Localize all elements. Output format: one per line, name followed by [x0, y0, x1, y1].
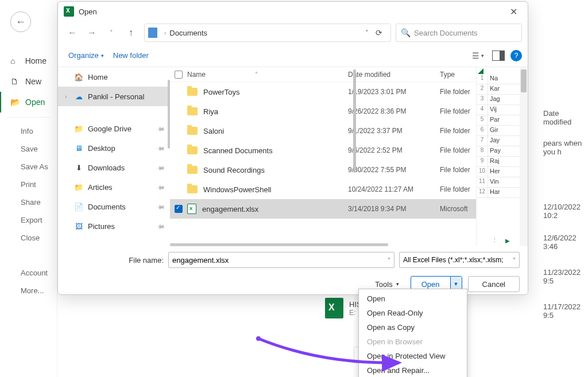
tree-googledrive[interactable]: 📁Google Drive: [58, 119, 170, 138]
file-row[interactable]: engagement.xlsx 3/14/2018 9:34 PM Micros…: [170, 199, 528, 219]
open-dropdown-menu: Open Open Read-Only Open as Copy Open in…: [358, 289, 467, 377]
nav-more[interactable]: More...: [0, 282, 57, 300]
nav-home-label: Home: [25, 56, 47, 65]
files-vscrollbar[interactable]: [353, 69, 356, 173]
help-button[interactable]: ?: [510, 50, 522, 61]
preview-next-sheet[interactable]: ▶: [505, 238, 510, 244]
close-button[interactable]: ✕: [505, 4, 522, 20]
select-all-checkbox[interactable]: [175, 71, 183, 79]
recent-date-0: 12/10/2022 10:2: [543, 203, 588, 220]
refresh-button[interactable]: ⟳: [371, 26, 387, 40]
search-box[interactable]: 🔍: [396, 24, 522, 42]
folder-icon: [187, 146, 198, 154]
nav-new[interactable]: 🗋New: [0, 71, 57, 92]
filename-input[interactable]: engagement.xlsx˅: [168, 252, 394, 268]
file-name: Sound Recordings: [203, 166, 265, 174]
nav-save[interactable]: Save: [0, 140, 57, 158]
path-dropdown[interactable]: ˅: [363, 27, 371, 39]
menu-open[interactable]: Open: [359, 292, 467, 306]
col-name[interactable]: Name: [187, 71, 206, 79]
excel-icon: [325, 298, 343, 318]
file-row[interactable]: Sound Recordings 9/30/2022 7:55 PM File …: [170, 160, 528, 180]
toolbar: Organize▾ New folder ☰ ▾ ?: [58, 44, 528, 67]
nav-tree: 🏠Home ›☁Pankil - Personal 📁Google Drive …: [58, 67, 170, 246]
back-button[interactable]: ←: [10, 11, 31, 32]
file-row[interactable]: Riya 9/26/2022 8:36 PM File folder: [170, 102, 528, 121]
dialog-title: Open: [79, 7, 97, 16]
preview-sheet-tabs[interactable]: ⋮: [492, 236, 498, 244]
xlsx-icon: [187, 204, 196, 214]
tree-pictures[interactable]: 🖼Pictures: [58, 216, 170, 236]
file-row[interactable]: Scanned Documents 9/6/2022 2:52 PM File …: [170, 141, 528, 160]
row-checkbox[interactable]: [175, 205, 183, 213]
file-filter[interactable]: All Excel Files (*.xl*;*.xlsx;*.xlsm;˅: [399, 252, 520, 268]
address-bar[interactable]: › Documents ˅ ⟳: [144, 24, 391, 42]
nav-home[interactable]: ⌂Home: [0, 50, 57, 71]
menu-open-copy[interactable]: Open as Copy: [359, 320, 467, 335]
folder-icon: [187, 127, 198, 135]
menu-open-browser: Open in Browser: [359, 335, 467, 349]
nav-info[interactable]: Info: [0, 122, 57, 140]
sort-arrow-icon: ˄: [255, 71, 258, 77]
tree-desktop[interactable]: 🖥Desktop: [58, 138, 170, 158]
file-date: 9/30/2022 7:55 PM: [348, 166, 440, 174]
nav-saveas[interactable]: Save As: [0, 158, 57, 176]
tree-downloads-label: Downloads: [88, 164, 125, 172]
new-folder-button[interactable]: New folder: [109, 49, 153, 62]
tree-gd-label: Google Drive: [88, 125, 131, 133]
filename-label: File name:: [66, 256, 164, 265]
recent-date-1: 12/6/2022 3:46: [543, 234, 588, 251]
menu-open-readonly[interactable]: Open Read-Only: [359, 306, 467, 320]
recent-date-2: 11/23/2022 9:5: [543, 268, 588, 285]
preview-vscroll[interactable]: [520, 67, 528, 246]
sheet-corner-icon: [478, 68, 483, 74]
preview-pane-toggle[interactable]: [492, 50, 505, 61]
documents-icon: [148, 28, 157, 38]
nav-close[interactable]: Close: [0, 229, 57, 247]
nav-forward[interactable]: →: [83, 24, 100, 41]
file-headers: Name˄ Date modified Type: [170, 67, 528, 82]
path-segment[interactable]: Documents: [169, 29, 207, 37]
tools-menu[interactable]: Tools▾: [375, 280, 399, 289]
menu-open-repair[interactable]: Open and Repair...: [359, 363, 467, 377]
file-row[interactable]: WindowsPowerShell 10/24/2022 11:27 AM Fi…: [170, 180, 528, 199]
preview-pane: 1Na2Kar3Jag4Vij5Par6Gir7Jay8Pay9Raj10Her…: [476, 67, 528, 246]
nav-new-label: New: [25, 77, 41, 86]
nav-back[interactable]: ←: [64, 24, 81, 41]
tree-documents[interactable]: 📄Documents: [58, 197, 170, 216]
nav-recent-dropdown[interactable]: ˅: [103, 24, 120, 41]
tree-downloads[interactable]: ⬇Downloads: [58, 158, 170, 177]
nav-account[interactable]: Account: [0, 264, 57, 282]
folder-icon: [187, 166, 198, 174]
file-row[interactable]: Saloni 9/1/2022 3:37 PM File folder: [170, 121, 528, 141]
search-input[interactable]: [414, 29, 517, 37]
tree-articles-label: Articles: [88, 183, 113, 192]
file-row[interactable]: PowerToys 1/19/2023 3:01 PM File folder: [170, 82, 528, 102]
tree-articles[interactable]: 📁Articles: [58, 177, 170, 197]
dialog-body: 🏠Home ›☁Pankil - Personal 📁Google Drive …: [58, 67, 528, 246]
nav-print[interactable]: Print: [0, 176, 57, 193]
nav-up[interactable]: ↑: [122, 24, 140, 41]
folder-icon: [187, 185, 198, 193]
nav-share[interactable]: Share: [0, 193, 57, 211]
view-options[interactable]: ☰ ▾: [470, 49, 486, 63]
separator: [7, 117, 50, 118]
file-date: 9/6/2022 2:52 PM: [348, 146, 440, 154]
nav-export[interactable]: Export: [0, 211, 57, 229]
nav-open[interactable]: 📂Open: [0, 92, 57, 112]
col-date[interactable]: Date modified: [348, 71, 440, 79]
excel-app-icon: [64, 6, 74, 17]
organize-menu[interactable]: Organize▾: [64, 49, 109, 62]
tree-home[interactable]: 🏠Home: [58, 67, 170, 87]
menu-open-protected[interactable]: Open in Protected View: [359, 349, 467, 363]
tree-pictures-label: Pictures: [88, 222, 115, 231]
cancel-button[interactable]: Cancel: [468, 276, 520, 292]
tree-documents-label: Documents: [88, 203, 126, 211]
tree-home-label: Home: [88, 73, 108, 81]
file-name: WindowsPowerShell: [203, 185, 272, 194]
tree-onedrive[interactable]: ›☁Pankil - Personal: [58, 87, 170, 106]
file-list: Name˄ Date modified Type PowerToys 1/19/…: [170, 67, 528, 246]
file-name: Saloni: [203, 127, 224, 135]
files-hscrollbar[interactable]: [170, 243, 388, 246]
open-dialog: Open ✕ ← → ˅ ↑ › Documents ˅ ⟳ 🔍 Organiz…: [57, 1, 528, 295]
